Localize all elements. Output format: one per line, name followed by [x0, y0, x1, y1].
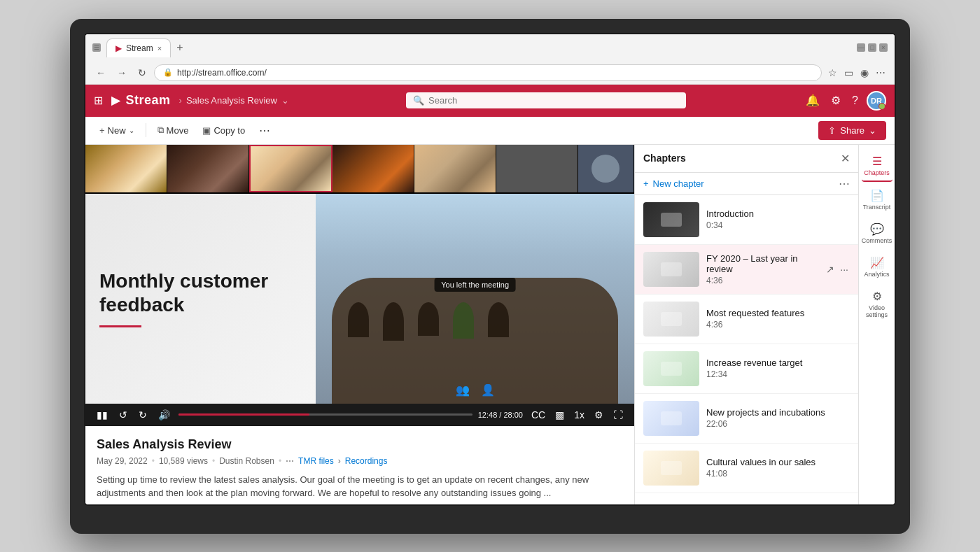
rewind-btn[interactable]: ↺ [116, 408, 130, 422]
play-pause-btn[interactable]: ▮▮ [94, 408, 111, 422]
chapters-list: Introduction0:34FY 2020 – Last year in r… [635, 195, 858, 504]
chapter-time: 22:06 [706, 419, 850, 429]
people-icon[interactable]: 👥 [456, 383, 470, 397]
notifications-btn[interactable]: 🔔 [803, 91, 822, 110]
video-info: Sales Analysis Review May 29, 2022 • 10,… [85, 426, 634, 504]
search-bar[interactable]: 🔍 [406, 92, 686, 108]
progress-fill [178, 413, 309, 416]
slide-divider [99, 325, 141, 327]
side-icon-transcript[interactable]: 📄Transcript [862, 185, 892, 215]
chapters-close-btn[interactable]: ✕ [841, 152, 850, 165]
quality-btn[interactable]: ⚙ [592, 408, 606, 422]
chapter-thumb [643, 351, 699, 386]
path-chevron-icon: › [338, 456, 341, 466]
favorites-btn[interactable]: ☆ [826, 65, 839, 80]
transcript-icon: 📄 [870, 189, 884, 202]
side-icon-analytics[interactable]: 📈Analytics [862, 252, 892, 283]
volume-btn[interactable]: 🔊 [155, 408, 173, 422]
participant-6[interactable] [496, 145, 578, 192]
chapter-share-btn[interactable]: ↗ [825, 262, 836, 276]
minimize-btn[interactable]: — [857, 43, 865, 52]
chapter-info: Introduction0:34 [706, 208, 850, 230]
subtitles-btn[interactable]: ▩ [552, 408, 567, 422]
path-link-1[interactable]: TMR files [298, 456, 334, 466]
chapter-actions: ↗··· [825, 262, 850, 276]
participant-4[interactable] [332, 145, 414, 192]
stream-tab[interactable]: ▶ Stream × [106, 38, 171, 57]
progress-bar[interactable] [178, 413, 472, 416]
current-time: 12:48 [478, 411, 498, 419]
chapter-item[interactable]: Increase revenue target12:34 [635, 344, 858, 394]
side-icon-chapters[interactable]: ☰Chapters [862, 150, 892, 183]
settings-btn[interactable]: ⋯ [874, 65, 888, 80]
total-time: 28:00 [503, 411, 523, 419]
move-btn[interactable]: ⧉ Move [152, 122, 195, 139]
move-icon: ⧉ [158, 125, 164, 136]
new-btn[interactable]: + New ⌄ [94, 122, 140, 139]
share-btn[interactable]: ⇧ Share ⌄ [818, 121, 886, 140]
extensions-btn[interactable]: ▭ [842, 65, 855, 80]
settings-icon-btn[interactable]: ⚙ [828, 91, 844, 110]
chapter-name: Cultural values in our sales [706, 457, 850, 467]
side-icon-video-settings[interactable]: ⚙Video settings [862, 285, 892, 324]
video-views: 10,589 views [159, 456, 208, 466]
tab-close-btn[interactable]: × [158, 44, 162, 52]
side-icons-panel: ☰Chapters📄Transcript💬Comments📈Analytics⚙… [858, 145, 895, 504]
back-btn[interactable]: ← [92, 65, 109, 80]
url-text[interactable]: http://stream.office.com/ [177, 68, 813, 78]
sidebar-toggle-btn[interactable]: ☰ [92, 43, 101, 52]
participant-2[interactable] [167, 145, 249, 192]
more-options-btn[interactable]: ⋯ [253, 121, 276, 140]
participant-5[interactable] [414, 145, 496, 192]
close-window-btn[interactable]: × [879, 43, 888, 52]
forward-btn[interactable]: → [113, 65, 130, 80]
video-meta: May 29, 2022 • 10,589 views • Dustin Rob… [97, 456, 623, 466]
video-title: Sales Analysis Review [97, 437, 623, 452]
fullscreen-btn[interactable]: ⛶ [610, 408, 626, 422]
user-avatar[interactable]: DR [867, 91, 886, 111]
refresh-btn[interactable]: ↻ [134, 65, 150, 80]
new-chevron-icon: ⌄ [129, 127, 134, 134]
chapter-item[interactable]: Introduction0:34 [635, 195, 858, 245]
chapters-panel: Chapters ✕ + New chapter ⋯ Introduction0… [634, 145, 858, 504]
chapter-name: Most requested features [706, 308, 850, 318]
chapters-header: Chapters ✕ [635, 145, 858, 173]
time-display: 12:48 / 28:00 [478, 411, 523, 419]
chapter-info: Most requested features4:36 [706, 308, 850, 330]
video-main: Monthly customer feedback [85, 194, 634, 404]
path-link-2[interactable]: Recordings [345, 456, 388, 466]
chapter-item[interactable]: Cultural values in our sales41:08 [635, 444, 858, 493]
breadcrumb-chevron-icon: ⌄ [281, 95, 289, 106]
meta-more-btn[interactable]: ⋯ [286, 456, 294, 466]
participant-3[interactable] [249, 145, 333, 192]
profile-btn[interactable]: ◉ [858, 65, 871, 80]
breadcrumb-separator: › [179, 95, 182, 106]
stream-app: ⊞ ▶ Stream › Sales Analysis Review ⌄ 🔍 🔔… [85, 85, 895, 504]
new-tab-btn[interactable]: + [172, 41, 187, 54]
transcript-label: Transcript [863, 204, 891, 211]
chapters-label: Chapters [864, 169, 890, 177]
maximize-btn[interactable]: □ [868, 43, 876, 52]
chapter-more-btn[interactable]: ··· [839, 262, 850, 276]
participant-self[interactable] [578, 145, 634, 192]
help-btn[interactable]: ? [849, 92, 861, 110]
chapter-item[interactable]: FY 2020 – Last year in review4:36↗··· [635, 245, 858, 295]
participants-icon[interactable]: 👤 [481, 383, 495, 397]
breadcrumb-page[interactable]: Sales Analysis Review [186, 95, 277, 106]
participant-1[interactable] [85, 145, 167, 192]
chapter-name: Introduction [706, 208, 850, 219]
chapter-item[interactable]: New projects and incubations22:06 [635, 394, 858, 444]
search-input[interactable] [428, 95, 679, 106]
chapter-name: Increase revenue target [706, 358, 850, 368]
app-grid-icon[interactable]: ⊞ [94, 94, 103, 107]
side-icon-comments[interactable]: 💬Comments [862, 218, 892, 249]
stream-favicon: ▶ [115, 43, 122, 53]
speed-btn[interactable]: 1x [571, 408, 587, 422]
chapter-item[interactable]: Most requested features4:36 [635, 295, 858, 344]
chapter-list-more-btn[interactable]: ⋯ [839, 177, 850, 190]
new-chapter-btn[interactable]: + New chapter [643, 178, 839, 189]
copy-to-btn[interactable]: ▣ Copy to [197, 122, 251, 139]
chapter-name: FY 2020 – Last year in review [706, 253, 818, 274]
captions-btn[interactable]: CC [528, 408, 548, 422]
forward-btn[interactable]: ↻ [136, 408, 150, 422]
